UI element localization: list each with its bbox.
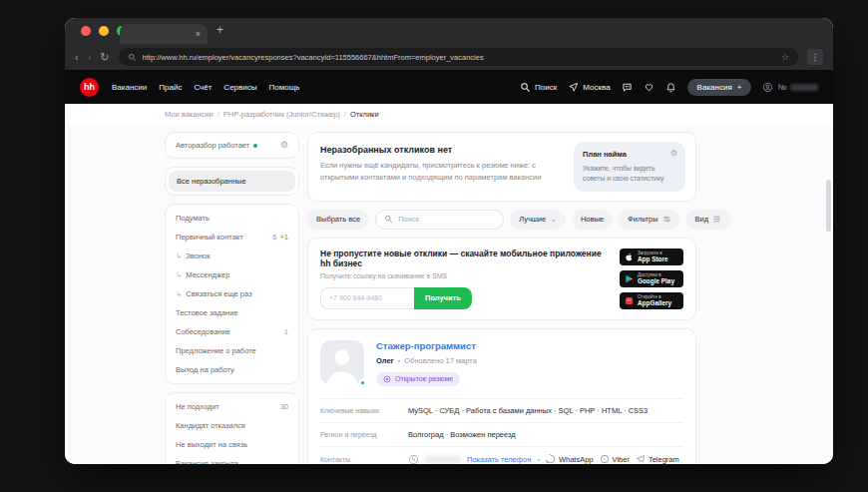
candidate-avatar: [320, 340, 364, 384]
empty-state-text: Если нужны ещё кандидаты, присмотритесь …: [320, 160, 562, 183]
notifications-bell-icon[interactable]: [665, 82, 676, 93]
url-text: http://www.hh.ru/employer/vacancyrespons…: [143, 53, 775, 62]
contacts-row: Контакты Показать телефон • WhatsApp: [320, 446, 683, 464]
chevron-down-icon: ⌄: [550, 218, 557, 222]
store-name: AppGallery: [638, 299, 671, 306]
phone-input[interactable]: [320, 287, 414, 309]
chat-icon[interactable]: [622, 82, 633, 93]
store-name: App Store: [638, 255, 668, 262]
stage-new-badge: +1: [279, 233, 288, 242]
filter-all-unsorted[interactable]: Все неразобранные: [169, 171, 295, 192]
breadcrumb-vacancy[interactable]: PHP-разработчик (Junior/Стажер): [223, 110, 340, 119]
whatsapp-label: WhatsApp: [559, 455, 594, 464]
candidate-info: Стажер-программист Олег • Обновлено 17 м…: [376, 340, 477, 387]
city-label: Москва: [583, 83, 610, 92]
page-scrollbar[interactable]: [826, 180, 831, 232]
rejection-candidate-refused[interactable]: Кандидат отказался: [166, 416, 298, 435]
dot-separator: •: [398, 356, 401, 365]
sort-new-button[interactable]: Новые: [572, 210, 613, 230]
stage-count: 6: [272, 233, 276, 242]
appgallery-badge[interactable]: Откройте в AppGallery: [620, 292, 683, 309]
contacts-label: Контакты: [320, 456, 408, 463]
breadcrumb-my-vacancies[interactable]: Мои вакансии: [165, 110, 214, 119]
unsorted-filter-card: Все неразобранные: [165, 167, 299, 196]
gear-icon[interactable]: ⚙: [670, 149, 677, 158]
stage-contact-again[interactable]: ↳ Связаться еще раз: [166, 284, 298, 303]
view-toggle-button[interactable]: Вид: [686, 210, 731, 230]
autosort-active-dot: [253, 144, 257, 148]
eye-icon: [383, 375, 391, 383]
account-menu[interactable]: №: [762, 82, 818, 93]
breadcrumb-current: Отклики: [350, 110, 379, 119]
app-banner-card: Не пропустите новые отклики — скачайте м…: [307, 238, 696, 320]
phone-icon: [408, 454, 419, 464]
sub-arrow-icon: ↳: [176, 289, 182, 298]
close-window-button[interactable]: [81, 26, 91, 36]
autosort-label: Авторазбор работает: [176, 141, 249, 150]
address-bar[interactable]: http://www.hh.ru/employer/vacancyrespons…: [119, 48, 798, 66]
rejection-vacancy-closed[interactable]: Вакансия закрыта: [166, 454, 298, 464]
stage-call[interactable]: ↳ Звонок: [166, 246, 298, 265]
skills-row: Ключевые навыки MySQL · СУБД · Работа с …: [320, 398, 683, 422]
geo-pin-icon: [568, 82, 579, 93]
stage-start-work[interactable]: Выход на работу: [166, 360, 298, 379]
viber-link[interactable]: Viber: [600, 454, 630, 464]
nav-item-services[interactable]: Сервисы: [223, 83, 256, 92]
responses-toolbar: Выбрать все Лучшие ⌄ Новые Фильтры Вид: [307, 210, 696, 230]
create-vacancy-button[interactable]: Вакансия +: [687, 79, 752, 96]
stage-messenger[interactable]: ↳ Мессенджер: [166, 265, 298, 284]
hiring-plan-text: Укажите, чтобы видеть советы и свою стат…: [583, 164, 676, 184]
stage-test-task[interactable]: Тестовое задание: [166, 303, 298, 322]
candidate-meta: Олег • Обновлено 17 марта: [376, 356, 477, 365]
stage-think[interactable]: Подумать: [166, 209, 298, 228]
filters-button[interactable]: Фильтры: [619, 210, 680, 230]
app-store-badge[interactable]: Загрузите в App Store: [620, 248, 683, 265]
nav-item-price[interactable]: Прайс: [159, 83, 182, 92]
stage-primary-contact[interactable]: Первичный контакт 6 +1: [166, 228, 298, 246]
show-phone-link[interactable]: Показать телефон: [467, 455, 531, 464]
appgallery-icon: [625, 296, 634, 305]
rejection-no-contact[interactable]: Не выходит на связь: [166, 435, 298, 454]
city-selector[interactable]: Москва: [568, 82, 610, 93]
browser-toolbar: ‹ › ↻ http://www.hh.ru/employer/vacancyr…: [65, 44, 833, 70]
search-input[interactable]: [398, 215, 495, 224]
google-play-badge[interactable]: Доступно в Google Play: [620, 270, 683, 287]
browser-menu-icon[interactable]: ⋮: [807, 49, 823, 65]
hh-logo[interactable]: hh: [80, 78, 99, 97]
minimize-window-button[interactable]: [99, 26, 109, 36]
whatsapp-link[interactable]: WhatsApp: [546, 454, 594, 464]
back-icon[interactable]: ‹: [75, 52, 79, 63]
browser-tab[interactable]: ×: [120, 24, 208, 44]
store-badges: Загрузите в App Store Доступно в Google …: [620, 248, 683, 309]
filters-label: Фильтры: [628, 215, 658, 224]
header-search-button[interactable]: Поиск: [520, 82, 557, 93]
skills-label: Ключевые навыки: [320, 407, 408, 414]
candidate-name: Олег: [376, 356, 394, 365]
view-label: Вид: [695, 215, 709, 224]
rejection-count: 30: [280, 402, 288, 411]
stages-sidebar: Авторазбор работает ⚙ Все неразобранные …: [165, 132, 299, 464]
responses-main: Неразобранных откликов нет Если нужны ещ…: [307, 132, 696, 464]
resume-title-link[interactable]: Стажер-программист: [376, 340, 477, 351]
forward-icon[interactable]: ›: [88, 52, 92, 63]
stage-interview[interactable]: Собеседование 1: [166, 322, 298, 341]
tab-close-icon[interactable]: ×: [196, 30, 201, 39]
responses-search[interactable]: [375, 210, 504, 230]
sort-best-dropdown[interactable]: Лучшие ⌄: [510, 210, 566, 230]
stage-job-offer[interactable]: Предложение о работе: [166, 341, 298, 360]
select-all-button[interactable]: Выбрать все: [307, 210, 369, 230]
gear-icon[interactable]: ⚙: [280, 141, 288, 150]
new-tab-button[interactable]: +: [217, 23, 223, 37]
nav-item-vacancies[interactable]: Вакансии: [112, 83, 147, 92]
bookmark-star-icon[interactable]: ☆: [781, 52, 789, 62]
rejection-not-suitable[interactable]: Не подходит 30: [166, 397, 298, 416]
telegram-link[interactable]: Telegram: [636, 454, 679, 464]
reload-icon[interactable]: ↻: [100, 52, 109, 63]
nav-item-billing[interactable]: Счёт: [194, 83, 212, 92]
region-value: Волгоград · Возможен переезд: [408, 430, 516, 439]
hiring-plan-card[interactable]: План найма ⚙ Укажите, чтобы видеть совет…: [574, 142, 685, 192]
get-link-button[interactable]: Получить: [414, 287, 472, 309]
favorites-heart-icon[interactable]: [644, 82, 654, 93]
breadcrumb-separator: /: [344, 110, 346, 119]
nav-item-help[interactable]: Помощь: [269, 83, 300, 92]
